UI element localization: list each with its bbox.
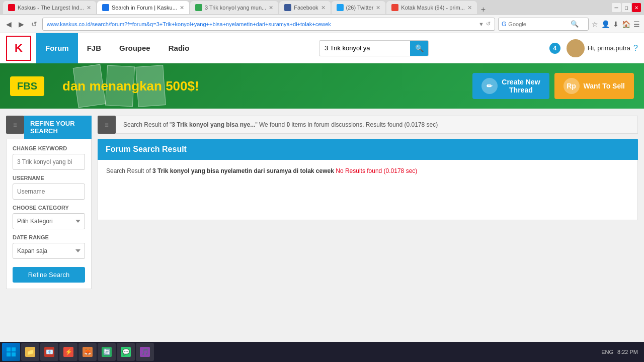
fbs-logo: FBS xyxy=(10,76,44,96)
address-bar: ◀ ▶ ↺ www.kaskus.co.id/search/forum?f=fo… xyxy=(0,15,644,33)
nav-radio[interactable]: Radio xyxy=(159,33,199,63)
user-greeting: Hi, prima.putra xyxy=(588,44,630,52)
star-icon[interactable]: ☆ xyxy=(592,20,598,28)
username-input[interactable] xyxy=(13,184,85,200)
tab-search[interactable]: Search in Forum | Kasku... ✕ xyxy=(97,1,189,14)
category-dropdown-row: Pilih Kategori xyxy=(13,213,85,229)
ssl-icon: ▼ xyxy=(478,21,484,27)
browser-search-input[interactable] xyxy=(508,21,569,27)
address-box[interactable]: www.kaskus.co.id/search/forum?f=forum&q=… xyxy=(42,18,495,31)
search-info-bar: ≡ Search Result of "3 Trik konyol yang b… xyxy=(98,116,638,134)
tab-close-gmail[interactable]: ✕ xyxy=(467,5,472,11)
list-view-button[interactable]: ≡ xyxy=(98,116,116,134)
download-icon[interactable]: ⬇ xyxy=(613,20,619,28)
date-range-dropdown-row: Kapan saja xyxy=(13,243,85,259)
sell-icon-circle: Rp xyxy=(564,78,580,94)
minimize-button[interactable]: ─ xyxy=(612,3,621,12)
tab-tw[interactable]: (26) Twitter ✕ xyxy=(332,1,386,14)
nav-search-box[interactable]: 🔍 xyxy=(319,40,429,56)
forum-result-card: Forum Search Result Search Result of 3 T… xyxy=(98,139,638,220)
keyword-input[interactable] xyxy=(13,154,85,170)
refine-header: REFINE YOUR SEARCH xyxy=(24,116,92,139)
search-glass-icon: 🔍 xyxy=(571,20,579,28)
nav-search-button[interactable]: 🔍 xyxy=(410,40,428,56)
refresh-button[interactable]: ↺ xyxy=(29,19,39,29)
tab-close-mun[interactable]: ✕ xyxy=(269,5,273,11)
nav-fjb-label: FJB xyxy=(87,44,101,52)
want-to-sell-button[interactable]: Rp Want To Sell xyxy=(554,73,634,99)
list-icon: ≡ xyxy=(105,121,109,129)
svg-point-0 xyxy=(572,42,580,50)
forward-button[interactable]: ▶ xyxy=(17,19,26,29)
tab-label-search: Search in Forum | Kasku... xyxy=(112,5,177,11)
back-button[interactable]: ◀ xyxy=(4,19,14,29)
no-results-text: No Results found (0.0178 sec) xyxy=(334,167,417,174)
notification-badge[interactable]: 4 xyxy=(549,43,560,54)
kaskus-logo[interactable]: K xyxy=(6,36,31,61)
logo-k-letter: K xyxy=(15,42,23,55)
tab-label-gmail: Kotak Masuk (94) - prim... xyxy=(401,5,465,11)
tab-close-search[interactable]: ✕ xyxy=(180,5,184,11)
browser-search-box[interactable]: G 🔍 xyxy=(498,18,589,31)
nav-right-area: 4 Hi, prima.putra ? xyxy=(549,39,638,57)
window-controls: ─ □ ✕ xyxy=(612,3,641,12)
create-thread-button[interactable]: ✏ Create NewThread xyxy=(472,73,549,99)
sidebar-toggle-button[interactable]: ≡ xyxy=(6,116,24,134)
google-icon: G xyxy=(502,21,506,28)
user-avatar xyxy=(567,39,585,57)
forum-result-header: Forum Search Result xyxy=(98,139,638,160)
action-buttons: ✏ Create NewThread Rp Want To Sell xyxy=(472,73,634,99)
tab-favicon-fb xyxy=(284,4,291,11)
tab-kaskus[interactable]: Kaskus - The Largest Ind... ✕ xyxy=(3,1,96,14)
banner-text: dan menangkan 500$! xyxy=(62,78,199,94)
maximize-button[interactable]: □ xyxy=(622,3,631,12)
new-tab-button[interactable]: + xyxy=(478,5,489,14)
category-select[interactable]: Pilih Kategori xyxy=(13,213,85,229)
tab-favicon-gmail xyxy=(391,4,398,11)
help-icon[interactable]: ? xyxy=(633,44,638,53)
tab-close-kaskus[interactable]: ✕ xyxy=(87,5,91,11)
nav-fjb[interactable]: FJB xyxy=(78,33,110,63)
date-range-label: DATE RANGE xyxy=(13,234,85,240)
nav-radio-label: Radio xyxy=(169,44,190,52)
change-keyword-label: CHANGE KEYWORD xyxy=(13,145,85,151)
result-full-query: 3 Trik konyol yang bisa nyelametin dari … xyxy=(152,167,334,174)
forum-result-body: Search Result of 3 Trik konyol yang bisa… xyxy=(98,160,638,220)
nav-search-input[interactable] xyxy=(319,44,410,52)
close-button[interactable]: ✕ xyxy=(632,3,641,12)
tab-label-kaskus: Kaskus - The Largest Ind... xyxy=(18,5,84,11)
nav-forum-label: Forum xyxy=(45,44,69,52)
date-range-select[interactable]: Kapan saja xyxy=(13,243,85,259)
tab-favicon-tw xyxy=(337,4,344,11)
result-text: Search Result of 3 Trik konyol yang bisa… xyxy=(106,167,417,174)
nav-groupee[interactable]: Groupee xyxy=(110,33,159,63)
browser-icons: ☆ 👤 ⬇ 🏠 ☰ xyxy=(592,20,640,28)
forum-result-title: Forum Search Result xyxy=(106,145,187,153)
tab-favicon-search xyxy=(102,4,109,11)
create-thread-label: Create NewThread xyxy=(502,78,540,94)
create-thread-icon: ✏ xyxy=(481,78,498,94)
user-area: Hi, prima.putra ? xyxy=(567,39,638,57)
tab-close-fb[interactable]: ✕ xyxy=(321,5,326,11)
menu-icon[interactable]: ☰ xyxy=(633,20,640,28)
category-label: CHOOSE CATEGORY xyxy=(13,205,85,211)
sidebar-toggle-icon: ≡ xyxy=(13,121,17,129)
tab-mun[interactable]: 3 Trik konyol yang mun... ✕ xyxy=(190,1,278,14)
nav-forum[interactable]: Forum xyxy=(36,33,78,63)
banner: FBS dan menangkan 500$! ✏ Create xyxy=(0,63,644,109)
tab-label-mun: 3 Trik konyol yang mun... xyxy=(205,5,266,11)
username-label: USERNAME xyxy=(13,175,85,181)
tab-gmail[interactable]: Kotak Masuk (94) - prim... ✕ xyxy=(386,1,477,14)
home-icon[interactable]: 🏠 xyxy=(622,20,630,28)
want-to-sell-label: Want To Sell xyxy=(584,82,625,90)
nav-search-area: 🔍 xyxy=(198,40,549,56)
tab-close-tw[interactable]: ✕ xyxy=(376,5,380,11)
navbar: K Forum FJB Groupee Radio 🔍 4 xyxy=(0,33,644,63)
refine-header-label: REFINE YOUR SEARCH xyxy=(30,120,86,135)
svg-point-1 xyxy=(569,51,583,57)
refine-search-button[interactable]: Refine Search xyxy=(13,267,85,283)
tab-fb[interactable]: Facebook ✕ xyxy=(279,1,330,14)
user-icon[interactable]: 👤 xyxy=(601,20,610,28)
result-query-short: 3 Trik konyol yang bisa nye... xyxy=(172,121,255,128)
result-info-text: Search Result of "3 Trik konyol yang bis… xyxy=(123,121,438,128)
